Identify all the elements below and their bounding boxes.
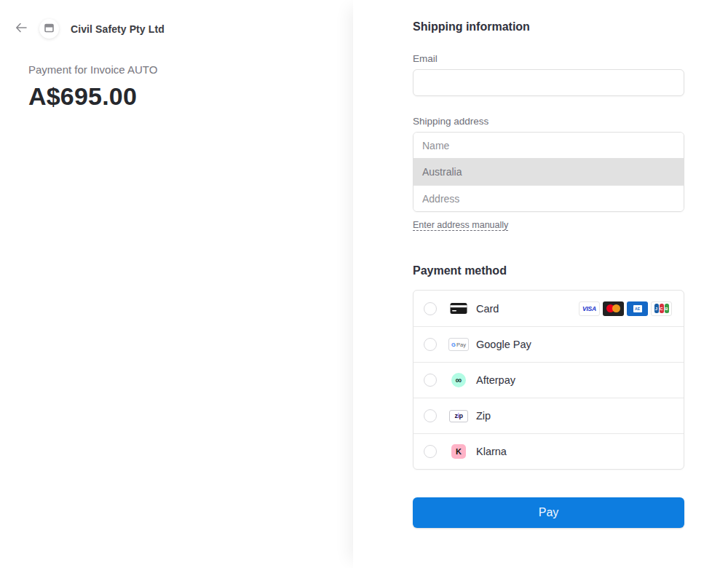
- address-input[interactable]: [414, 186, 684, 211]
- zip-label: Zip: [476, 410, 491, 422]
- google-pay-label: Google Pay: [476, 339, 531, 350]
- payment-summary: Payment for Invoice AUTO A$695.00: [28, 63, 157, 111]
- afterpay-radio[interactable]: [424, 374, 437, 387]
- shipping-section-title: Shipping information: [413, 20, 684, 33]
- email-input[interactable]: [413, 69, 684, 96]
- klarna-label: Klarna: [476, 446, 507, 457]
- payment-method-google-pay[interactable]: GPay Google Pay: [414, 326, 684, 362]
- jcb-icon: J C B: [651, 301, 672, 316]
- checkout-page: Civil Safety Pty Ltd Payment for Invoice…: [0, 0, 728, 568]
- address-field-group: Australia: [413, 132, 684, 212]
- payment-method-block: Payment method Card VISA: [413, 264, 684, 528]
- storefront-icon: [44, 23, 54, 36]
- checkout-form-panel: Shipping information Email Shipping addr…: [353, 0, 728, 568]
- payment-method-zip[interactable]: zip Zip: [414, 398, 684, 433]
- pay-button[interactable]: Pay: [413, 497, 684, 528]
- enter-address-manually-link[interactable]: Enter address manually: [413, 220, 508, 230]
- google-pay-radio[interactable]: [424, 338, 437, 351]
- payment-description: Payment for Invoice AUTO: [28, 63, 157, 76]
- shipping-address-label: Shipping address: [413, 116, 684, 127]
- card-brand-icons: VISA AE J C B: [579, 301, 672, 316]
- klarna-radio[interactable]: [424, 445, 437, 458]
- country-select[interactable]: Australia: [414, 159, 684, 185]
- klarna-icon: K: [448, 444, 470, 459]
- merchant-name: Civil Safety Pty Ltd: [71, 23, 165, 35]
- afterpay-label: Afterpay: [476, 374, 515, 386]
- back-button[interactable]: [13, 21, 29, 37]
- card-label: Card: [476, 303, 499, 315]
- shipping-address-block: Shipping address Australia Enter address…: [413, 116, 684, 231]
- payment-method-list: Card VISA AE J C B: [413, 290, 684, 470]
- email-label: Email: [413, 53, 684, 64]
- card-icon: [448, 302, 470, 315]
- payment-method-card[interactable]: Card VISA AE J C B: [414, 291, 684, 326]
- name-input[interactable]: [414, 133, 684, 158]
- email-block: Email: [413, 53, 684, 96]
- zip-radio[interactable]: [424, 409, 437, 422]
- payment-section-title: Payment method: [413, 264, 684, 277]
- zip-icon: zip: [448, 410, 470, 422]
- payment-method-afterpay[interactable]: ∞ Afterpay: [414, 362, 684, 398]
- payment-method-klarna[interactable]: K Klarna: [414, 433, 684, 469]
- visa-icon: VISA: [579, 301, 600, 316]
- card-radio[interactable]: [424, 302, 437, 315]
- payment-amount: A$695.00: [28, 82, 157, 111]
- amex-icon: AE: [627, 301, 648, 316]
- merchant-logo: [39, 19, 59, 39]
- afterpay-icon: ∞: [448, 373, 470, 387]
- country-selected-value: Australia: [422, 166, 462, 178]
- back-arrow-icon: [15, 23, 27, 35]
- mastercard-icon: [603, 301, 624, 316]
- merchant-header: Civil Safety Pty Ltd: [13, 19, 165, 39]
- order-summary-panel: Civil Safety Pty Ltd Payment for Invoice…: [0, 0, 353, 568]
- google-pay-icon: GPay: [448, 338, 470, 351]
